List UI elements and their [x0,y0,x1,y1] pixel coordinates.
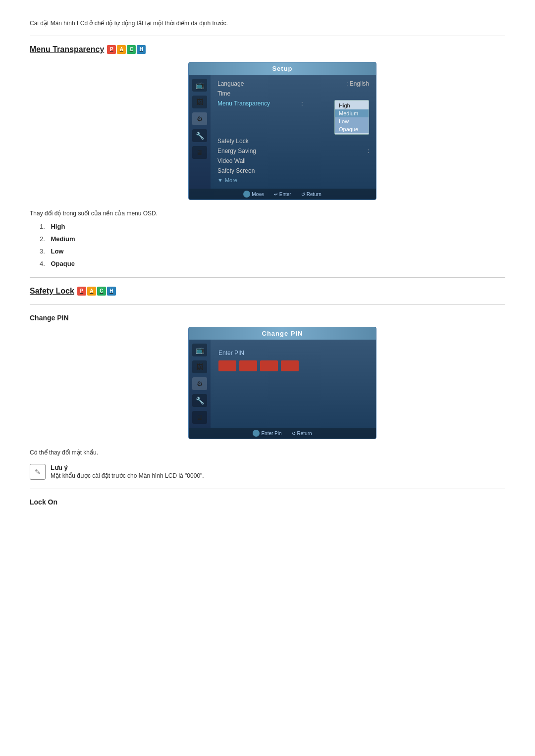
footer-move: Move [243,191,264,198]
list-item-high: 1. High [40,223,505,230]
note-content: Lưu ý Mật khẩu được cài đặt trước cho Mà… [51,464,204,479]
osd-icon-list: 📺 🖼 ⚙ 🔧 🖥 [189,75,211,189]
menu-transparency-title: Menu Transparency P A C H [30,45,505,54]
pin-osd-box: Change PIN 📺 🖼 ⚙ 🔧 🖥 Enter PIN [188,327,376,439]
pin-icon-5: 🖥 [192,411,207,424]
osd-body: 📺 🖼 ⚙ 🔧 🖥 Language : English Time M [189,75,376,189]
osd-menu-transparency: Setup 📺 🖼 ⚙ 🔧 🖥 Language : English Time [59,62,505,200]
pin-footer-enter: Enter Pin [253,430,281,437]
note-icon: ✎ [30,464,46,480]
pin-box-4 [281,360,299,371]
note-text: Mật khẩu được cài đặt trước cho Màn hình… [51,472,204,479]
option-opaque: Opaque [335,125,369,133]
divider-1 [30,36,505,36]
pin-icon-3: ⚙ [192,377,207,390]
menu-transparency-label: Menu Transparency [30,45,104,54]
osd-item-language: Language : English [215,79,371,89]
list-item-opaque: 4. Opaque [40,260,505,267]
badge-group-transparency: P A C H [107,45,146,54]
osd-icon-3: ⚙ [192,112,207,125]
note-title: Lưu ý [51,464,204,471]
pin-enter-icon [253,430,260,437]
time-label: Time [217,90,230,97]
osd-box: Setup 📺 🖼 ⚙ 🔧 🖥 Language : English Time [188,62,376,200]
menu-transparency-desc: Thay đổi độ trong suốt của nền của menu … [30,210,505,217]
divider-4 [30,489,505,489]
num-2: 2. [40,235,45,243]
badge-h-2: H [107,287,116,296]
mt-value: : [301,100,303,135]
osd-menu-area: Language : English Time Menu Transparenc… [211,75,376,189]
divider-2 [30,277,505,278]
option-medium: Medium [335,109,369,117]
badge-group-safety: P A C H [77,287,116,296]
label-medium: Medium [51,235,75,243]
menu-transparency-list: 1. High 2. Medium 3. Low 4. Opaque [40,223,505,267]
osd-footer: Move ↵ Enter ↺ Return [189,189,376,200]
list-item-low: 3. Low [40,248,505,255]
sl-label: Safety Lock [217,138,249,145]
more-label: More [225,177,237,183]
es-value: : [368,148,369,154]
lang-label: Language [217,80,244,87]
osd-icon-5: 🖥 [192,146,207,159]
pin-icon-2: 🖼 [192,360,207,373]
footer-move-label: Move [252,192,264,197]
pin-footer-return: ↺ Return [292,430,312,437]
change-pin-title: Change PIN [30,314,505,322]
lang-value: : English [346,80,369,87]
badge-a-2: A [87,287,96,296]
osd-change-pin: Change PIN 📺 🖼 ⚙ 🔧 🖥 Enter PIN [59,327,505,439]
list-item-medium: 2. Medium [40,235,505,243]
pin-osd-footer: Enter Pin ↺ Return [189,428,376,439]
osd-item-time: Time [215,89,371,99]
osd-header: Setup [189,62,376,75]
return-icon: ↺ [301,192,305,197]
badge-p: P [107,45,116,54]
num-1: 1. [40,223,45,230]
more-arrow: ▼ [217,177,223,183]
badge-a: A [117,45,126,54]
osd-item-safety-lock: Safety Lock [215,136,371,146]
pin-return-icon: ↺ [292,431,296,436]
footer-enter: ↵ Enter [274,191,291,198]
pin-body: 📺 🖼 ⚙ 🔧 🖥 Enter PIN [189,340,376,428]
num-3: 3. [40,248,45,255]
pin-footer-return-label: Return [297,431,312,436]
mt-dropdown: High Medium Low Opaque [334,100,369,135]
badge-h: H [137,45,146,54]
change-pin-desc: Có thể thay đổi mật khẩu. [30,449,505,456]
label-high: High [51,223,65,230]
menu-transparency-section: Menu Transparency P A C H Setup 📺 🖼 ⚙ 🔧 … [30,45,505,267]
osd-more: ▼ More [215,176,371,185]
safety-lock-section: Safety Lock P A C H Change PIN Change PI… [30,287,505,506]
label-low: Low [51,248,63,255]
osd-icon-4: 🔧 [192,129,207,142]
osd-item-menu-transparency: Menu Transparency : High Medium Low Opaq… [215,99,371,136]
label-opaque: Opaque [51,260,74,267]
footer-return-label: Return [307,192,321,197]
pin-box-1 [218,360,236,371]
pin-footer-enter-label: Enter Pin [261,431,281,436]
es-label: Energy Saving [217,148,256,154]
pin-boxes [218,360,368,371]
osd-item-energy: Energy Saving : [215,146,371,156]
vw-label: Video Wall [217,157,246,164]
note-box: ✎ Lưu ý Mật khẩu được cài đặt trước cho … [30,464,505,480]
osd-item-videowall: Video Wall [215,156,371,166]
mt-label: Menu Transparency [217,100,270,135]
option-high: High [335,101,369,109]
footer-return: ↺ Return [301,191,321,198]
pin-box-2 [239,360,257,371]
intro-text: Cài đặt Màn hình LCd ở chế độ tự động tắ… [30,20,505,27]
pin-osd-icons: 📺 🖼 ⚙ 🔧 🖥 [189,340,211,428]
num-4: 4. [40,260,45,267]
osd-item-safetyscreen: Safety Screen [215,166,371,176]
move-icon [243,191,250,198]
pin-icon-1: 📺 [192,344,207,356]
pin-enter-label: Enter PIN [218,350,368,356]
badge-c-2: C [97,287,106,296]
pin-icon-4: 🔧 [192,394,207,407]
pin-box-3 [260,360,278,371]
badge-p-2: P [77,287,86,296]
